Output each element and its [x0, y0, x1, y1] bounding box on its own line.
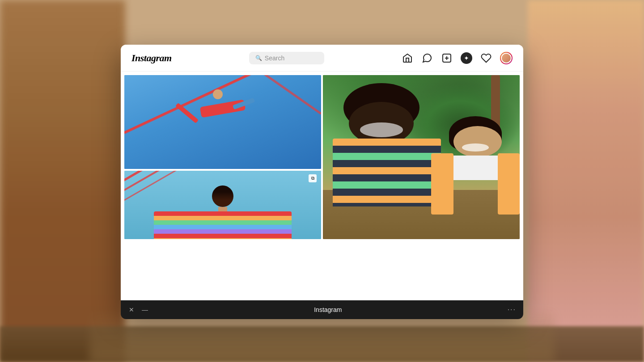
post-tile-2[interactable]: ⧉: [124, 171, 321, 239]
person-2-top: [445, 156, 507, 180]
person-figure: [154, 181, 292, 239]
left-column: ⧉: [124, 75, 321, 239]
person-2-jacket-right: [498, 153, 520, 215]
post-tile-3[interactable]: [323, 75, 520, 239]
person-2-jacket-left: [431, 153, 453, 215]
background-right: [528, 0, 644, 362]
taskbar-left-controls: ✕ —: [128, 306, 148, 313]
person-2-container: [431, 116, 520, 215]
search-icon: 🔍: [255, 55, 262, 61]
heart-icon[interactable]: [480, 52, 492, 64]
content-area: ⧉: [121, 72, 523, 313]
messenger-icon[interactable]: [421, 52, 433, 64]
search-label: Search: [265, 55, 284, 62]
person-neck: [218, 207, 227, 211]
background-left: [0, 0, 125, 362]
minimize-button[interactable]: —: [141, 306, 148, 313]
person-1-container: [333, 83, 441, 206]
taskbar: ✕ — Instagram ···: [121, 300, 523, 319]
taskbar-title: Instagram: [148, 306, 508, 313]
nav-icons: ✦: [402, 52, 513, 64]
taskbar-more-button[interactable]: ···: [508, 306, 516, 314]
instagram-logo: Instagram: [131, 52, 172, 64]
create-icon[interactable]: [441, 52, 453, 64]
instagram-window: Instagram 🔍 Search: [121, 45, 523, 313]
home-icon[interactable]: [402, 52, 413, 64]
search-bar[interactable]: 🔍 Search: [249, 52, 324, 64]
avatar[interactable]: [500, 52, 513, 64]
close-button[interactable]: ✕: [128, 306, 135, 313]
post-tile-1[interactable]: [124, 75, 321, 169]
person-head: [213, 89, 223, 99]
person-head: [212, 185, 233, 207]
navbar: Instagram 🔍 Search: [121, 45, 523, 72]
person-2-face: [453, 126, 502, 157]
compass-explore-icon[interactable]: ✦: [461, 52, 472, 64]
person-2-smile: [462, 143, 488, 152]
multi-image-indicator: ⧉: [309, 174, 318, 183]
tile-1-background: [124, 75, 321, 169]
person-shirt: [154, 211, 292, 239]
person-1-shirt: [333, 139, 441, 206]
avatar-image: [501, 53, 512, 63]
